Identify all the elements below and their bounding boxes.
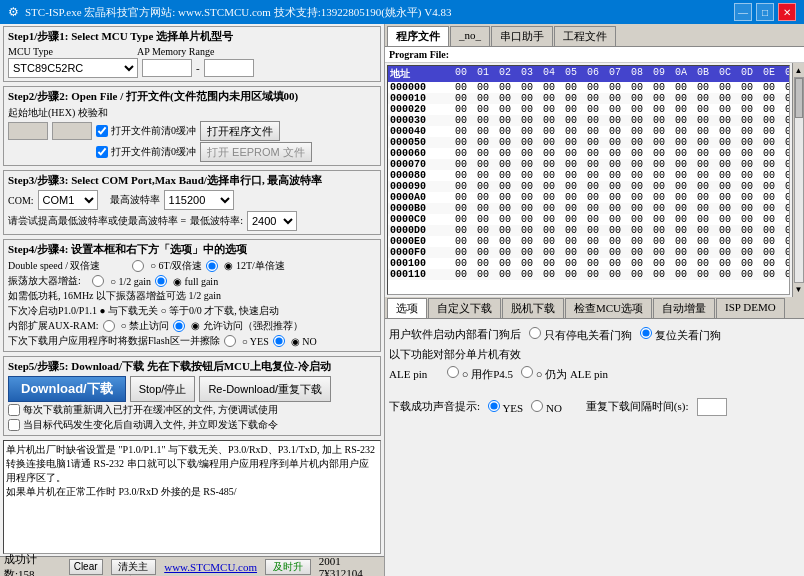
radio-no-erase[interactable]: ◉ NO: [273, 335, 317, 347]
ale-radio2[interactable]: ○ 仍为 ALE pin: [521, 366, 608, 382]
hex-cell[interactable]: 00: [450, 181, 472, 192]
bottom-tab-options[interactable]: 选项: [387, 298, 427, 318]
radio-half-gain-input[interactable]: [92, 275, 104, 287]
hex-cell[interactable]: 00: [670, 258, 692, 269]
tab-no[interactable]: _no_: [450, 26, 490, 46]
hex-cell[interactable]: 00: [648, 159, 670, 170]
hex-cell[interactable]: 00: [626, 170, 648, 181]
hex-cell[interactable]: 00: [714, 269, 736, 280]
open-file-check1[interactable]: 打开文件前清0缓冲: [96, 124, 196, 138]
hex-viewer[interactable]: 地址 00 01 02 03 04 05 06 07 08 09 0A 0B 0…: [387, 65, 790, 295]
hex-cell[interactable]: 00: [670, 93, 692, 104]
hex-cell[interactable]: 00: [450, 192, 472, 203]
hex-cell[interactable]: 00: [692, 247, 714, 258]
upgrade-button[interactable]: 及时升级: [265, 559, 311, 575]
af-to-input[interactable]: 1FFF: [204, 59, 254, 77]
hex-cell[interactable]: 00: [626, 181, 648, 192]
hex-cell[interactable]: 00: [472, 214, 494, 225]
hex-cell[interactable]: 00: [736, 93, 758, 104]
hex-cell[interactable]: 00: [648, 170, 670, 181]
hex-cell[interactable]: 00: [538, 269, 560, 280]
start-addr-input[interactable]: 0: [8, 122, 48, 140]
hex-cell[interactable]: 00: [736, 159, 758, 170]
hex-cell[interactable]: 00: [670, 269, 692, 280]
hex-cell[interactable]: 00: [626, 214, 648, 225]
hex-cell[interactable]: 00: [736, 247, 758, 258]
hex-cell[interactable]: 00: [472, 247, 494, 258]
scroll-track[interactable]: [794, 77, 804, 283]
hex-cell[interactable]: 00: [560, 170, 582, 181]
clear-button[interactable]: Clear: [69, 559, 103, 575]
hex-cell[interactable]: 00: [538, 258, 560, 269]
hex-cell[interactable]: 00: [692, 214, 714, 225]
scroll-down-arrow[interactable]: ▼: [794, 285, 804, 295]
hex-cell[interactable]: 00: [780, 104, 790, 115]
scroll-up-arrow[interactable]: ▲: [794, 65, 804, 75]
hex-cell[interactable]: 00: [670, 159, 692, 170]
hex-cell[interactable]: 00: [604, 192, 626, 203]
hex-cell[interactable]: 00: [648, 192, 670, 203]
hex-cell[interactable]: 00: [780, 126, 790, 137]
sound-no[interactable]: NO: [531, 400, 562, 414]
hex-cell[interactable]: 00: [670, 225, 692, 236]
sound-no-input[interactable]: [531, 400, 543, 412]
hex-cell[interactable]: 00: [670, 181, 692, 192]
radio-12t[interactable]: ◉ 12T/单倍速: [206, 259, 284, 273]
hex-cell[interactable]: 00: [714, 126, 736, 137]
hex-cell[interactable]: 00: [560, 115, 582, 126]
hex-cell[interactable]: 00: [560, 159, 582, 170]
hex-cell[interactable]: 00: [560, 126, 582, 137]
hex-cell[interactable]: 00: [494, 192, 516, 203]
hex-cell[interactable]: 00: [714, 104, 736, 115]
hex-cell[interactable]: 00: [736, 269, 758, 280]
bottom-tab-custom-download[interactable]: 自定义下载: [428, 298, 501, 318]
watchdog-radio2-input[interactable]: [640, 327, 652, 339]
hex-cell[interactable]: 00: [714, 258, 736, 269]
hex-cell[interactable]: 00: [538, 137, 560, 148]
hex-cell[interactable]: 00: [648, 236, 670, 247]
radio-full-gain[interactable]: ◉ full gain: [155, 275, 218, 287]
hex-cell[interactable]: 00: [450, 82, 472, 93]
tab-serial-helper[interactable]: 串口助手: [491, 26, 553, 46]
hex-cell[interactable]: 00: [626, 104, 648, 115]
hex-cell[interactable]: 00: [692, 115, 714, 126]
hex-cell[interactable]: 00: [758, 159, 780, 170]
checksum-input[interactable]: 0: [52, 122, 92, 140]
hex-cell[interactable]: 00: [472, 269, 494, 280]
hex-cell[interactable]: 00: [450, 104, 472, 115]
check2-label[interactable]: 当目标代码发生变化后自动调入文件, 并立即发送下载命令: [8, 418, 278, 432]
hex-cell[interactable]: 00: [494, 82, 516, 93]
hex-cell[interactable]: 00: [736, 104, 758, 115]
hex-cell[interactable]: 00: [780, 203, 790, 214]
hex-cell[interactable]: 00: [758, 225, 780, 236]
hex-cell[interactable]: 00: [648, 126, 670, 137]
hex-cell[interactable]: 00: [692, 93, 714, 104]
hex-cell[interactable]: 00: [516, 93, 538, 104]
hex-cell[interactable]: 00: [714, 225, 736, 236]
hex-cell[interactable]: 00: [780, 170, 790, 181]
hex-cell[interactable]: 00: [560, 93, 582, 104]
hex-cell[interactable]: 00: [758, 236, 780, 247]
hex-cell[interactable]: 00: [516, 225, 538, 236]
hex-cell[interactable]: 00: [670, 170, 692, 181]
hex-cell[interactable]: 00: [472, 104, 494, 115]
hex-cell[interactable]: 00: [450, 203, 472, 214]
hex-cell[interactable]: 00: [516, 214, 538, 225]
sound-yes-input[interactable]: [488, 400, 500, 412]
hex-cell[interactable]: 00: [494, 247, 516, 258]
tab-program-file[interactable]: 程序文件: [387, 26, 449, 46]
hex-cell[interactable]: 00: [604, 148, 626, 159]
hex-cell[interactable]: 00: [604, 225, 626, 236]
radio-allow-access[interactable]: ◉ 允许访问（强烈推荐）: [173, 319, 303, 333]
hex-cell[interactable]: 00: [582, 148, 604, 159]
hex-cell[interactable]: 00: [736, 148, 758, 159]
hex-cell[interactable]: 00: [670, 82, 692, 93]
hex-cell[interactable]: 00: [736, 214, 758, 225]
hex-cell[interactable]: 00: [560, 247, 582, 258]
hex-cell[interactable]: 00: [692, 137, 714, 148]
hex-cell[interactable]: 00: [494, 93, 516, 104]
hex-cell[interactable]: 00: [560, 104, 582, 115]
radio-yes-erase-input[interactable]: [224, 335, 236, 347]
hex-cell[interactable]: 00: [560, 137, 582, 148]
hex-cell[interactable]: 00: [538, 126, 560, 137]
